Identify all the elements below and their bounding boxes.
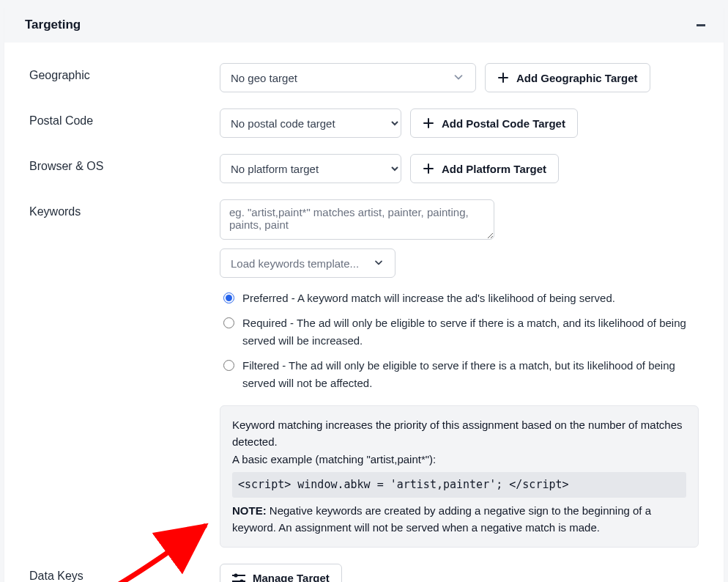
label-geographic: Geographic: [29, 63, 220, 82]
row-postal: Postal Code No postal code target Add Po…: [29, 108, 699, 138]
info-code-example: <script> window.abkw = 'artist,painter';…: [232, 472, 686, 498]
panel-header: Targeting: [4, 4, 724, 43]
panel-title: Targeting: [25, 18, 81, 32]
plus-icon: [423, 117, 434, 129]
keywords-input[interactable]: [220, 199, 494, 240]
svg-point-2: [234, 573, 237, 577]
chevron-down-icon: [373, 257, 385, 270]
radio-filtered[interactable]: Filtered - The ad will only be eligible …: [220, 357, 699, 392]
label-keywords: Keywords: [29, 199, 220, 218]
plus-icon: [497, 72, 509, 84]
manage-target-label: Manage Target: [253, 572, 330, 582]
radio-preferred[interactable]: Preferred - A keyword match will increas…: [220, 290, 699, 307]
postal-select[interactable]: No postal code target: [220, 108, 401, 138]
radio-required-text: Required - The ad will only be eligible …: [242, 314, 699, 350]
info-line-2: A basic example (matching "artist,paint*…: [232, 451, 686, 468]
row-geographic: Geographic No geo target Add Geographic …: [29, 63, 699, 92]
radio-required[interactable]: Required - The ad will only be eligible …: [220, 314, 699, 350]
info-note-text: Negative keywords are created by adding …: [232, 504, 651, 534]
panel-body: Geographic No geo target Add Geographic …: [4, 43, 724, 582]
radio-preferred-text: Preferred - A keyword match will increas…: [242, 290, 699, 307]
svg-point-4: [239, 579, 243, 582]
add-postal-target-label: Add Postal Code Target: [442, 117, 565, 130]
row-browser: Browser & OS No platform target Add Plat…: [29, 154, 699, 183]
info-note-label: NOTE:: [232, 504, 267, 517]
load-keywords-template-text: Load keywords template...: [231, 257, 359, 270]
keyword-match-mode: Preferred - A keyword match will increas…: [220, 290, 699, 392]
plus-icon: [423, 163, 434, 174]
geo-select-value: No geo target: [231, 72, 297, 84]
info-note: NOTE: Negative keywords are created by a…: [232, 502, 686, 537]
minus-icon: [696, 20, 706, 30]
add-geo-target-label: Add Geographic Target: [516, 72, 638, 84]
radio-required-input[interactable]: [223, 317, 234, 328]
label-postal: Postal Code: [29, 108, 220, 128]
geo-select[interactable]: No geo target: [220, 63, 476, 92]
svg-rect-0: [697, 24, 705, 26]
platform-select[interactable]: No platform target: [220, 154, 401, 183]
label-browser: Browser & OS: [29, 154, 220, 173]
radio-filtered-text: Filtered - The ad will only be eligible …: [242, 357, 699, 392]
load-keywords-template-select[interactable]: Load keywords template...: [220, 248, 395, 278]
collapse-button[interactable]: [694, 18, 707, 32]
radio-preferred-input[interactable]: [223, 292, 234, 303]
add-platform-target-label: Add Platform Target: [442, 163, 546, 175]
row-keywords: Keywords Load keywords template...: [29, 199, 699, 548]
row-data-keys: Data Keys Manage Target: [29, 564, 699, 583]
add-platform-target-button[interactable]: Add Platform Target: [410, 154, 559, 183]
add-geo-target-button[interactable]: Add Geographic Target: [485, 63, 650, 92]
chevron-down-icon: [452, 70, 465, 86]
add-postal-target-button[interactable]: Add Postal Code Target: [410, 108, 578, 138]
targeting-panel: Targeting Geographic No geo target: [4, 4, 724, 582]
sliders-icon: [232, 573, 245, 583]
info-line-1: Keyword matching increases the priority …: [232, 416, 686, 451]
manage-target-button[interactable]: Manage Target: [220, 564, 342, 583]
label-data-keys: Data Keys: [29, 564, 220, 583]
radio-filtered-input[interactable]: [223, 360, 234, 371]
keywords-info-box: Keyword matching increases the priority …: [220, 405, 699, 548]
